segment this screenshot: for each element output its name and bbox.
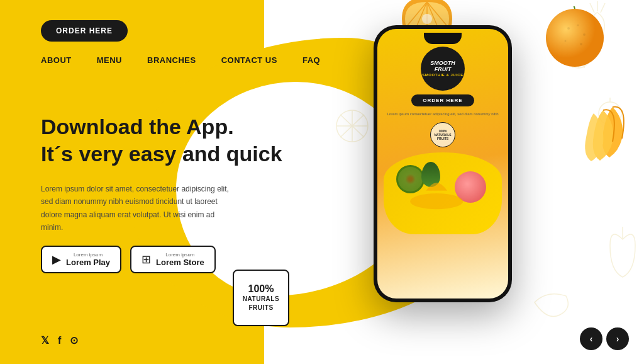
facebook-icon[interactable]: f [58, 335, 61, 346]
phone-brand-logo: SMOOTHFRUIT SMOOTHIE & JUICE [421, 47, 465, 91]
phone-notch [424, 33, 462, 44]
phone-outer: SMOOTHFRUIT SMOOTHIE & JUICE ORDER HERE … [374, 25, 512, 302]
naturals-percent: 100% [248, 283, 274, 295]
nav-menu[interactable]: MENU [97, 55, 122, 65]
twitter-icon[interactable]: 𝕏 [41, 334, 49, 346]
phone-order-button[interactable]: ORDER HERE [411, 94, 474, 106]
store-small-label: Lorem ipsum [156, 252, 204, 258]
naturals-label1: NATURALS [243, 295, 279, 304]
phone-badge-l2: FRUITS [437, 137, 448, 140]
page-content: ORDER HERE ABOUT MENU BRANCHES CONTACT U… [0, 0, 644, 364]
play-text: Lorem ipsum Lorem Play [66, 252, 110, 267]
hero-title: Download the App. It´s very easy and qui… [41, 113, 282, 167]
splash-svg [384, 152, 489, 234]
phone-mockup: SMOOTHFRUIT SMOOTHIE & JUICE ORDER HERE … [374, 25, 512, 302]
social-icons-group: 𝕏 f ⊙ [41, 334, 78, 346]
prev-arrow[interactable]: ‹ [580, 327, 602, 350]
nav-faq[interactable]: FAQ [303, 55, 320, 65]
phone-fruits-display [384, 152, 501, 234]
google-play-button[interactable]: ▶ Lorem ipsum Lorem Play [41, 246, 121, 273]
phone-brand-sub: SMOOTHIE & JUICE [422, 73, 463, 77]
instagram-icon[interactable]: ⊙ [70, 334, 78, 346]
phone-badge: 100% NATURALS FRUITS [430, 122, 455, 147]
play-small-label: Lorem ipsum [66, 252, 110, 258]
hero-description: Lorem ipsum dolor sit amet, consectetuer… [41, 183, 236, 234]
nav-contact[interactable]: CONTACT US [221, 55, 277, 65]
hero-title-line1: Download the App. [41, 115, 234, 139]
phone-screen: SMOOTHFRUIT SMOOTHIE & JUICE ORDER HERE … [377, 29, 508, 299]
store-main-label: Lorem Store [156, 258, 204, 267]
play-main-label: Lorem Play [66, 258, 110, 267]
phone-desc: Lorem ipsum consectetuer adipiscing elit… [378, 111, 507, 117]
store-icon: ⊞ [142, 253, 151, 266]
carousel-nav: ‹ › [580, 327, 629, 350]
hero-title-line2: It´s very easy and quick [41, 142, 282, 166]
app-buttons-group: ▶ Lorem ipsum Lorem Play ⊞ Lorem ipsum L… [41, 246, 216, 273]
phone-brand-name: SMOOTHFRUIT [430, 60, 455, 73]
nav-about[interactable]: ABOUT [41, 55, 72, 65]
naturals-label2: FRUITS [248, 304, 273, 312]
svg-point-34 [411, 193, 464, 209]
app-store-button[interactable]: ⊞ Lorem ipsum Lorem Store [130, 246, 216, 273]
store-text: Lorem ipsum Lorem Store [156, 252, 204, 267]
nav-branches[interactable]: BRANCHES [147, 55, 196, 65]
next-arrow[interactable]: › [606, 327, 629, 350]
main-nav: ABOUT MENU BRANCHES CONTACT US FAQ [41, 55, 320, 65]
order-here-button[interactable]: ORDER HERE [41, 20, 128, 42]
naturals-badge: 100% NATURALS FRUITS [233, 270, 289, 326]
play-icon: ▶ [52, 253, 61, 266]
